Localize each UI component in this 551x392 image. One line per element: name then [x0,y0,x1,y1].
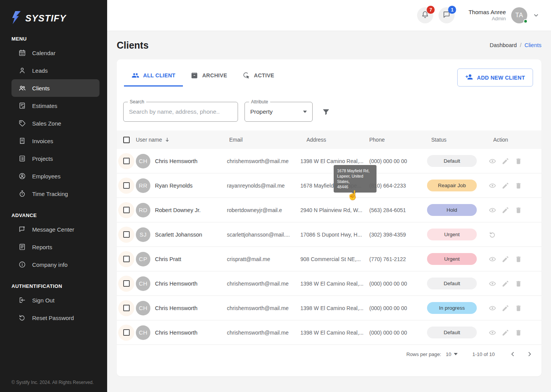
sidebar-item-estimates[interactable]: Estimates [11,97,99,114]
address-cell[interactable]: 1398 W El Camino Real,... [300,158,366,164]
avatar[interactable]: TA [511,7,527,23]
row-checkbox[interactable] [123,256,130,262]
search-field: Search [123,102,238,122]
stopwatch-icon [18,190,26,198]
search-field-label: Search [128,99,146,105]
edit-icon[interactable] [502,329,509,336]
address-cell[interactable]: 1398 W El Camino Real,... [300,305,366,311]
edit-icon[interactable] [502,157,509,165]
table-row: CHChris Hemsworthchrishemsworth@mail.me1… [117,271,541,296]
pagination-range: 1-10 of 10 [472,351,495,357]
sort-descending-icon[interactable] [164,137,170,143]
sidebar-advance-group: Message CenterReportsCompany info [0,220,107,273]
rows-per-page-select[interactable]: 10 [446,351,458,357]
checkbox-halo [118,251,134,267]
view-icon[interactable] [489,280,496,287]
row-checkbox[interactable] [123,182,130,189]
sidebar-item-time-tracking[interactable]: Time Tracking [11,185,99,203]
sidebar-item-projects[interactable]: Projects [11,150,99,167]
previous-page-button[interactable] [509,351,516,358]
phone-cell: (000) 000 00 00 [366,305,423,311]
delete-icon[interactable] [515,206,522,214]
address-cell[interactable]: 1398 W El Camino Real,... [300,281,366,287]
row-checkbox[interactable] [123,329,130,336]
sidebar-item-label: Invoices [32,138,53,144]
row-checkbox[interactable] [123,280,130,287]
view-icon[interactable] [489,329,496,336]
sidebar-item-message-center[interactable]: Message Center [11,220,99,238]
row-checkbox[interactable] [123,305,130,311]
sidebar-item-invoices[interactable]: Invoices [11,132,99,150]
view-icon[interactable] [489,182,496,189]
row-checkbox[interactable] [123,158,130,164]
funnel-icon[interactable] [322,108,330,116]
user-cell: CHChris Hemsworth [136,325,227,340]
sidebar-item-sales-zone[interactable]: Sales Zone [11,114,99,132]
sidebar-item-label: Clients [32,85,50,91]
tab-archive[interactable]: ARCHIVE [183,69,235,87]
view-icon[interactable] [489,157,496,165]
add-new-client-button[interactable]: ADD NEW CLIENT [457,69,533,87]
tab-all-client[interactable]: ALL CLIENT [124,69,183,87]
status-badge: Default [427,327,477,338]
status-badge: Reapair Job [427,180,477,191]
address-cell[interactable]: 2940 N Plainview Rd, W... [300,207,366,213]
checkbox-cell [117,276,136,292]
client-name: Chris Hemsworth [155,305,197,311]
sidebar-item-label: Time Tracking [32,191,68,197]
messages-button[interactable]: 1 [439,7,455,23]
select-all-checkbox[interactable] [123,137,130,143]
delete-icon[interactable] [515,255,522,263]
sidebar-item-company-info[interactable]: Company info [11,256,99,273]
table-row: CPChris Prattcrispratt@mail.me908 Commer… [117,247,541,271]
attribute-select[interactable]: Attribute Property [245,102,313,122]
breadcrumb-dashboard[interactable]: Dashboard [490,42,517,48]
delete-icon[interactable] [515,329,522,336]
tab-active[interactable]: ACTIVE [235,69,282,87]
sidebar-item-reports[interactable]: Reports [11,238,99,256]
status-badge: Urgent [427,253,477,265]
breadcrumb-clients[interactable]: Clients [525,42,541,48]
next-page-button[interactable] [526,351,533,358]
edit-icon[interactable] [502,182,509,189]
view-icon[interactable] [489,255,496,263]
filters-row: Search Attribute Property [117,102,541,122]
actions-cell [481,255,541,263]
row-checkbox[interactable] [123,231,130,238]
delete-icon[interactable] [515,280,522,287]
sidebar-item-clients[interactable]: Clients [11,79,99,97]
user-menu-chevron-down-icon[interactable] [533,12,540,19]
row-avatar: CH [136,276,150,291]
email-cell: robertdowneyjr@mail.e [227,207,300,213]
bolt-logo-icon [11,11,21,26]
phone-cell: (000) 000 00 00 [366,330,423,336]
user-cell: CHChris Hemsworth [136,276,227,291]
delete-icon[interactable] [515,304,522,312]
view-icon[interactable] [489,304,496,312]
edit-icon[interactable] [502,206,509,214]
delete-icon[interactable] [515,157,522,165]
sidebar-item-employees[interactable]: Employees [11,167,99,185]
address-cell[interactable]: 17086 S Dupont Hwy, H... [300,232,366,238]
notifications-button[interactable]: 7 [417,7,433,23]
address-cell[interactable]: 908 Commercial St NE,... [300,256,366,262]
email-cell: chrishemsworth@mail.me [227,158,300,164]
user-cell: CHChris Hemsworth [136,301,227,315]
search-input[interactable] [124,108,238,115]
topbar: 7 1 Thomas Anree Admin TA [107,0,551,31]
address-cell[interactable]: 1398 W El Camino Real,... [300,330,366,336]
edit-icon[interactable] [502,280,509,287]
delete-icon[interactable] [515,182,522,189]
sidebar-item-sign-out[interactable]: Sign Out [11,291,99,309]
restore-icon[interactable] [489,231,496,238]
edit-icon[interactable] [502,255,509,263]
user-cell: SJScarlett Johansson [136,227,227,242]
sidebar-item-leads[interactable]: Leads [11,62,99,79]
sidebar-item-calendar[interactable]: Calendar [11,44,99,62]
client-name: Chris Hemsworth [155,158,197,164]
sidebar-item-reset-password[interactable]: Reset Password [11,309,99,327]
edit-icon[interactable] [502,304,509,312]
view-icon[interactable] [489,206,496,214]
row-checkbox[interactable] [123,207,130,213]
status-badge: Default [427,155,477,167]
